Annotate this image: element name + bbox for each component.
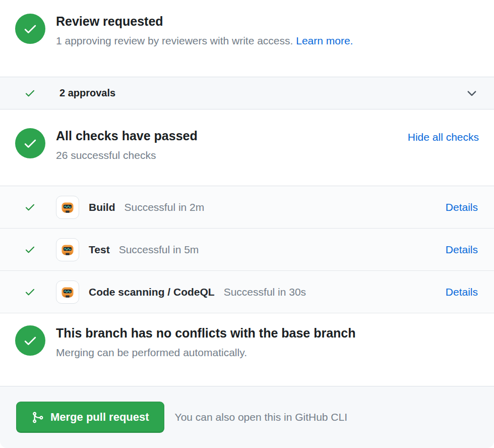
check-status: Successful in 5m [119,244,199,256]
learn-more-link[interactable]: Learn more. [296,35,353,46]
check-name: Build [89,201,115,213]
robot-icon [59,284,76,300]
cli-hint-text: You can also open this in GitHub CLI [175,411,347,423]
review-title: Review requested [56,14,353,29]
conflicts-title: This branch has no conflicts with the ba… [56,325,356,341]
hide-all-checks-link[interactable]: Hide all checks [408,131,479,186]
check-name: Test [89,244,110,256]
success-check-circle-icon [15,14,45,44]
review-subtitle-text: 1 approving review by reviewers with wri… [56,35,293,46]
merge-box: Review requested 1 approving review by r… [0,0,494,448]
details-link[interactable]: Details [446,201,478,213]
details-link[interactable]: Details [446,244,478,256]
merge-footer: Merge pull request You can also open thi… [0,386,494,448]
check-icon [23,21,38,36]
check-status: Successful in 2m [125,201,205,213]
bot-avatar [56,196,79,219]
success-check-circle-icon [15,325,45,356]
check-icon [24,87,36,99]
checks-subtitle: 26 successful checks [56,148,198,162]
review-subtitle: 1 approving review by reviewers with wri… [56,34,353,48]
check-row-build: Build Successful in 2m Details [0,186,494,229]
check-icon [24,286,36,298]
merge-pull-request-button[interactable]: Merge pull request [16,402,164,433]
success-check-circle-icon [15,128,45,158]
review-section: Review requested 1 approving review by r… [0,0,494,77]
merge-button-label: Merge pull request [50,411,149,424]
conflicts-section: This branch has no conflicts with the ba… [0,313,494,386]
conflicts-section-text: This branch has no conflicts with the ba… [56,325,356,386]
git-merge-icon [31,411,44,424]
check-icon [23,136,38,151]
checks-list: Build Successful in 2m Details Test [0,186,494,313]
check-icon [24,244,36,255]
checks-header-section: All checks have passed 26 successful che… [0,109,494,186]
approvals-label: 2 approvals [59,87,115,99]
robot-icon [59,199,76,215]
checks-header-text: All checks have passed 26 successful che… [56,128,198,186]
check-row-codeql: Code scanning / CodeQL Successful in 30s… [0,271,494,313]
bot-avatar [56,238,79,261]
checks-title: All checks have passed [56,128,198,144]
bot-avatar [56,281,79,304]
review-section-text: Review requested 1 approving review by r… [56,14,353,77]
check-row-test: Test Successful in 5m Details [0,229,494,271]
robot-icon [59,242,76,258]
check-status: Successful in 30s [224,286,306,298]
details-link[interactable]: Details [446,286,478,298]
approvals-row[interactable]: 2 approvals [0,77,494,109]
check-name: Code scanning / CodeQL [89,286,215,298]
conflicts-subtitle: Merging can be performed automatically. [56,346,356,360]
chevron-down-icon[interactable] [466,87,478,99]
check-icon [23,333,38,348]
check-icon [24,201,36,213]
